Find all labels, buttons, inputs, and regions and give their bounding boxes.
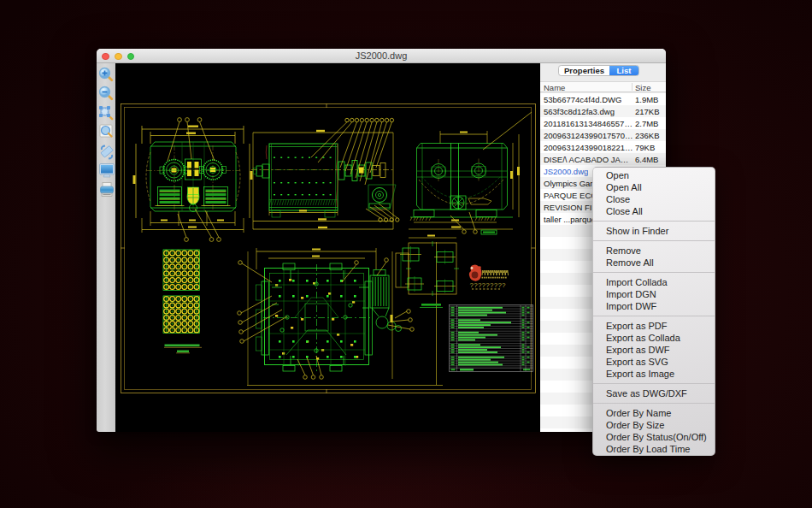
svg-text:?????????: ?????????: [470, 281, 507, 289]
